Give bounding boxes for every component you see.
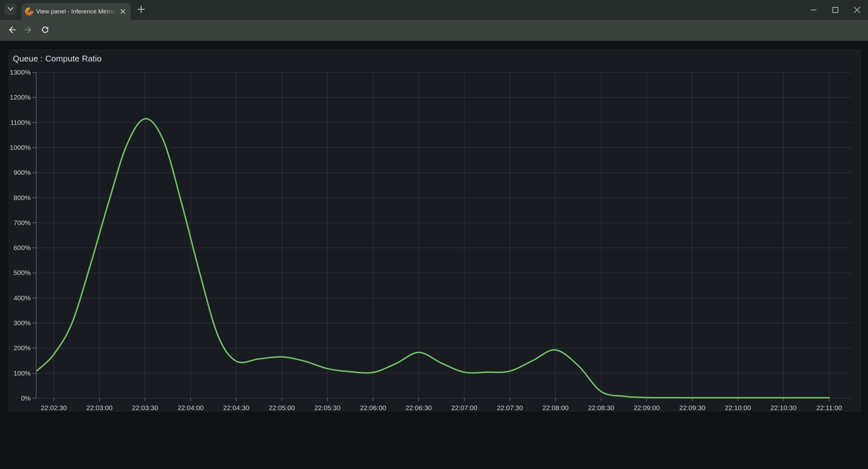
grid-lines: [36, 72, 852, 398]
x-tick-label: 22:09:00: [634, 404, 660, 411]
x-axis-labels: 22:02:3022:03:0022:03:3022:04:0022:04:30…: [41, 404, 842, 411]
tab-title: View panel - Inference Metrics - Dashboa…: [36, 8, 117, 15]
y-tick-label: 800%: [13, 194, 31, 201]
time-series-chart: 0%100%200%300%400%500%600%700%800%900%10…: [9, 50, 860, 411]
y-tick-label: 200%: [13, 344, 31, 351]
browser-window: View panel - Inference Metrics - Dashboa…: [0, 0, 868, 469]
y-tick-label: 600%: [13, 244, 31, 251]
x-tick-label: 22:02:30: [41, 404, 67, 411]
x-tick-label: 22:06:00: [360, 404, 386, 411]
y-tick-label: 0%: [21, 395, 31, 402]
x-tick-label: 22:08:00: [542, 404, 569, 411]
browser-tab[interactable]: View panel - Inference Metrics - Dashboa…: [22, 3, 131, 20]
browser-titlebar: View panel - Inference Metrics - Dashboa…: [0, 0, 868, 20]
window-controls: [809, 0, 865, 20]
x-tick-label: 22:10:00: [725, 404, 751, 411]
x-tick-label: 22:07:30: [497, 404, 523, 411]
grafana-panel: 0%100%200%300%400%500%600%700%800%900%10…: [9, 50, 861, 411]
y-axis-labels: 0%100%200%300%400%500%600%700%800%900%10…: [10, 68, 31, 402]
x-tick-label: 22:11:00: [816, 404, 842, 411]
new-tab-button[interactable]: [136, 4, 147, 15]
y-tick-label: 100%: [13, 369, 31, 377]
y-tick-label: 1200%: [10, 93, 31, 101]
y-tick-label: 900%: [13, 169, 31, 176]
y-tick-label: 300%: [13, 319, 31, 326]
x-tick-label: 22:04:30: [223, 404, 249, 411]
forward-button[interactable]: [21, 23, 36, 38]
tab-search-button[interactable]: [4, 3, 17, 15]
x-tick-label: 22:03:30: [132, 404, 158, 411]
y-tick-label: 500%: [13, 269, 31, 276]
grafana-favicon-icon: [25, 7, 33, 16]
y-tick-label: 400%: [13, 294, 31, 302]
x-tick-label: 22:09:30: [679, 404, 705, 411]
maximize-button[interactable]: [831, 5, 840, 14]
reload-button[interactable]: [38, 23, 53, 38]
minimize-button[interactable]: [809, 5, 818, 14]
tab-close-icon[interactable]: [119, 8, 127, 15]
plus-icon: [137, 5, 145, 15]
forward-arrow-icon: [24, 25, 33, 35]
x-tick-label: 22:07:00: [451, 404, 477, 411]
x-tick-label: 22:04:00: [178, 404, 204, 411]
x-tick-label: 22:08:30: [588, 404, 614, 411]
panel-title: Queue : Compute Ratio: [13, 54, 101, 64]
y-tick-label: 700%: [13, 219, 31, 226]
close-window-button[interactable]: [852, 5, 862, 14]
x-tick-label: 22:10:30: [770, 404, 797, 411]
back-arrow-icon: [7, 25, 16, 35]
browser-toolbar: 127.0.0.1:8080/d/fdklsxg5qqyo0c/inferenc…: [0, 20, 868, 41]
reload-icon: [41, 25, 50, 35]
x-tick-label: 22:03:00: [86, 404, 113, 411]
y-tick-label: 1100%: [10, 119, 31, 126]
chevron-down-icon: [7, 7, 14, 12]
time-series-line: [37, 119, 829, 398]
y-tick-label: 1300%: [10, 68, 31, 76]
page-content: 0%100%200%300%400%500%600%700%800%900%10…: [0, 41, 868, 469]
y-tick-label: 1000%: [10, 144, 31, 151]
x-tick-label: 22:05:00: [269, 404, 295, 411]
x-tick-label: 22:06:30: [405, 404, 432, 411]
back-button[interactable]: [4, 23, 19, 38]
x-tick-label: 22:05:30: [314, 404, 341, 411]
